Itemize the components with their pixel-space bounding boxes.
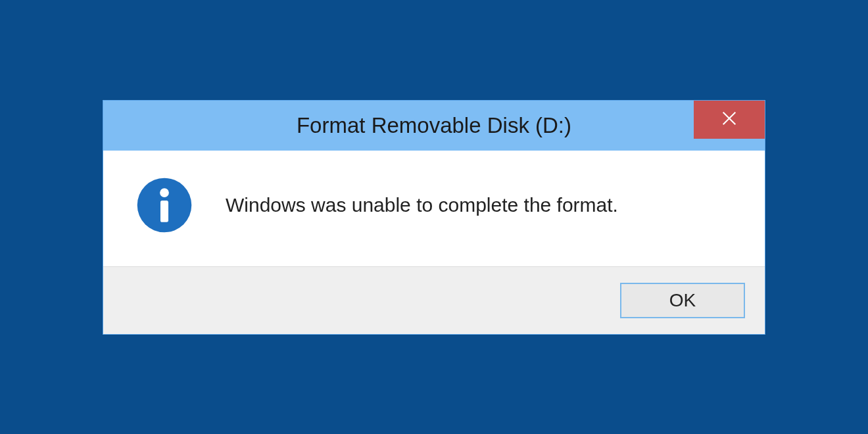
close-button[interactable]	[694, 101, 765, 139]
svg-rect-4	[160, 201, 168, 222]
ok-button[interactable]: OK	[620, 283, 745, 318]
info-icon	[136, 177, 193, 233]
dialog-titlebar[interactable]: Format Removable Disk (D:)	[103, 101, 765, 151]
dialog-title: Format Removable Disk (D:)	[297, 113, 571, 138]
svg-point-3	[160, 188, 169, 197]
dialog-content: Windows was unable to complete the forma…	[103, 151, 765, 266]
dialog-footer: OK	[103, 266, 765, 334]
dialog-message: Windows was unable to complete the forma…	[226, 194, 618, 216]
close-icon	[720, 109, 738, 130]
format-error-dialog: Format Removable Disk (D:) Windows was u…	[103, 100, 765, 335]
